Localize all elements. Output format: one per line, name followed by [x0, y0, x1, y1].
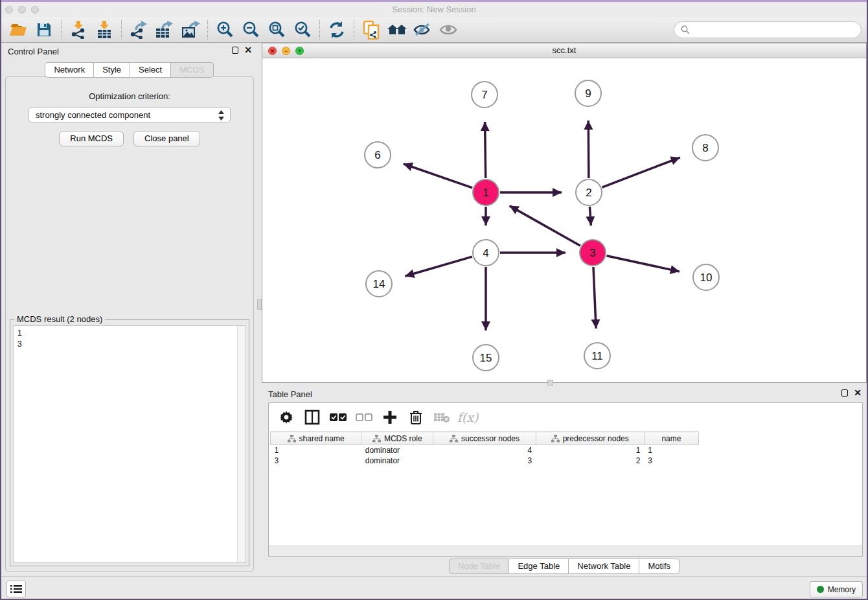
table-horizontal-scrollbar[interactable]: [269, 546, 862, 556]
run-mcds-button[interactable]: Run MCDS: [59, 131, 124, 146]
delete-table-icon: [433, 411, 450, 423]
zoom-out-button[interactable]: [238, 19, 264, 41]
hide-selected-button[interactable]: [410, 19, 436, 41]
search-input[interactable]: [694, 25, 854, 35]
tab-network-table[interactable]: Network Table: [569, 559, 639, 574]
graph-node-label-7: 7: [481, 89, 487, 101]
column-header-mcds-role[interactable]: MCDS role: [361, 432, 433, 445]
graph-edge-3-10[interactable]: [606, 256, 679, 271]
tab-node-table[interactable]: Node Table: [449, 559, 510, 574]
tab-edge-table[interactable]: Edge Table: [509, 559, 569, 574]
deselect-all-columns-button[interactable]: [356, 409, 372, 426]
cell-successor-nodes[interactable]: 4: [433, 445, 536, 456]
table-panel-header: Table Panel ✕: [262, 386, 867, 402]
result-scrollbar[interactable]: [237, 326, 246, 562]
cell-successor-nodes[interactable]: 3: [433, 456, 536, 466]
delete-table-button[interactable]: [433, 409, 450, 426]
column-header-predecessor-nodes[interactable]: predecessor nodes: [536, 432, 644, 445]
plus-icon: [383, 410, 397, 424]
graph-edge-2-8[interactable]: [602, 157, 680, 187]
zoom-fit-button[interactable]: [264, 19, 290, 41]
equation-builder-button[interactable]: f(x): [459, 409, 476, 426]
first-neighbors-button[interactable]: [384, 19, 410, 41]
export-table-button[interactable]: [152, 19, 177, 41]
export-network-button[interactable]: [126, 19, 152, 41]
zoom-out-icon: [242, 21, 260, 39]
tab-mcds[interactable]: MCDS: [171, 62, 213, 78]
eye-slash-icon: [413, 22, 433, 38]
network-canvas[interactable]: 7968124314101511: [262, 58, 866, 382]
delete-column-button[interactable]: [407, 409, 424, 426]
select-all-columns-button[interactable]: [330, 409, 347, 426]
export-image-button[interactable]: [177, 19, 203, 41]
show-all-button[interactable]: [436, 19, 462, 41]
graph-edge-2-9[interactable]: [588, 121, 589, 178]
close-panel-icon[interactable]: ✕: [244, 47, 252, 54]
node-table[interactable]: shared name MCDS role successor nodes pr…: [270, 432, 699, 466]
search-box[interactable]: [674, 21, 862, 38]
panel-splitter-handle[interactable]: [257, 299, 262, 310]
mcds-result-text[interactable]: 1 3: [13, 325, 246, 563]
refresh-button[interactable]: [324, 19, 350, 41]
cell-predecessor-nodes[interactable]: 2: [536, 456, 644, 466]
new-network-from-selection-button[interactable]: [358, 19, 384, 41]
tab-network[interactable]: Network: [45, 62, 94, 78]
mcds-result-title: MCDS result (2 nodes): [14, 314, 105, 324]
network-window-titlebar[interactable]: ✕ − + scc.txt: [262, 43, 866, 58]
graph-edge-2-3[interactable]: [589, 207, 591, 225]
graph-edge-4-14[interactable]: [405, 257, 472, 276]
memory-label: Memory: [828, 585, 856, 594]
float-table-panel-icon[interactable]: [841, 389, 848, 397]
add-column-button[interactable]: [382, 409, 398, 426]
graph-edge-1-7[interactable]: [485, 122, 486, 178]
cell-shared-name[interactable]: 3: [271, 456, 361, 466]
tab-motifs[interactable]: Motifs: [639, 559, 680, 574]
cell-name[interactable]: 1: [644, 445, 698, 456]
tab-select[interactable]: Select: [130, 62, 171, 78]
save-session-button[interactable]: [31, 19, 57, 41]
table-row[interactable]: 1 dominator 4 1 1: [271, 445, 699, 456]
graph-edge-1-6[interactable]: [404, 164, 473, 188]
save-icon: [36, 22, 52, 38]
table-panel-title: Table Panel: [268, 389, 312, 399]
tab-style[interactable]: Style: [94, 62, 130, 78]
cell-predecessor-nodes[interactable]: 1: [536, 445, 644, 456]
import-network-button[interactable]: [65, 19, 91, 41]
control-panel: Control Panel ✕ Network Style Select MCD…: [1, 43, 257, 575]
open-session-button[interactable]: [5, 19, 31, 41]
criterion-dropdown-value: strongly connected component: [36, 110, 150, 120]
cell-mcds-role[interactable]: dominator: [361, 445, 433, 456]
cell-mcds-role[interactable]: dominator: [361, 456, 433, 466]
titlebar: Session: New Session: [0, 2, 868, 17]
cell-name[interactable]: 3: [644, 456, 698, 466]
graph-node-label-2: 2: [586, 187, 591, 199]
network-resize-handle[interactable]: [547, 380, 553, 386]
memory-status-icon: [817, 586, 824, 593]
table-row[interactable]: 3 dominator 3 2 3: [271, 456, 699, 466]
network-graph[interactable]: 7968124314101511: [262, 58, 866, 382]
task-history-button[interactable]: [6, 581, 26, 597]
node-table-header-row: shared name MCDS role successor nodes pr…: [271, 432, 699, 445]
graph-edge-3-11[interactable]: [593, 267, 596, 329]
graph-node-label-9: 9: [585, 87, 591, 100]
table-toolbar: f(x): [269, 403, 862, 432]
zoom-selected-button[interactable]: [290, 19, 315, 41]
split-panes-button[interactable]: [304, 409, 321, 426]
float-panel-icon[interactable]: [232, 47, 238, 54]
toolbar-separator: [61, 20, 62, 40]
import-table-button[interactable]: [91, 19, 117, 41]
cell-shared-name[interactable]: 1: [271, 445, 361, 456]
zoom-in-icon: [216, 21, 234, 39]
control-panel-title: Control Panel: [8, 47, 59, 56]
table-settings-button[interactable]: [278, 409, 295, 426]
column-header-shared-name[interactable]: shared name: [271, 432, 361, 445]
criterion-dropdown[interactable]: strongly connected component: [29, 107, 231, 122]
graph-node-label-15: 15: [480, 352, 492, 364]
column-header-successor-nodes[interactable]: successor nodes: [433, 432, 536, 445]
zoom-in-button[interactable]: [212, 19, 238, 41]
memory-button[interactable]: Memory: [810, 581, 863, 597]
column-header-name[interactable]: name: [644, 432, 698, 445]
graph-edge-3-1[interactable]: [510, 206, 580, 246]
close-panel-button[interactable]: Close panel: [133, 131, 200, 146]
close-table-panel-icon[interactable]: ✕: [854, 389, 862, 397]
